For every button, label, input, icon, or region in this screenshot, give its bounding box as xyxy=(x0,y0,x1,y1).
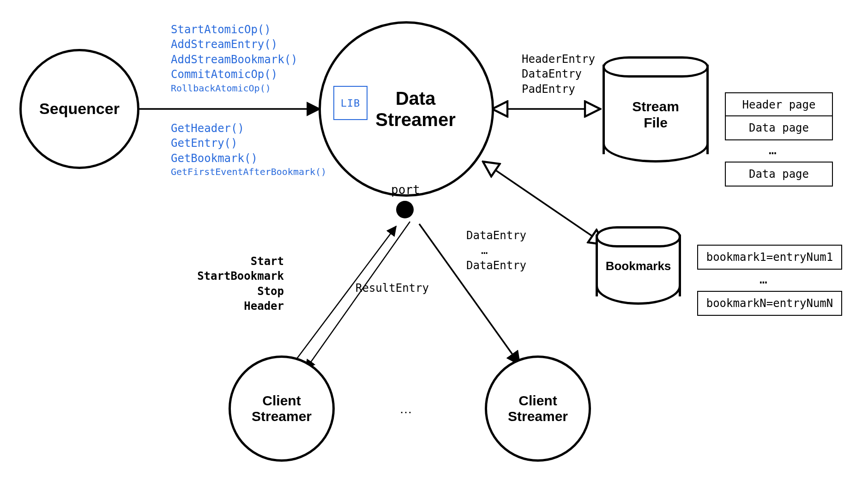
api-call: GetBookmark() xyxy=(171,151,326,166)
entry-label: PadEntry xyxy=(522,82,595,96)
data-page-box: Data page xyxy=(725,115,833,140)
entry-label: DataEntry xyxy=(522,66,595,81)
sequencer-label: Sequencer xyxy=(39,100,120,118)
bookmarks-ellipsis: … xyxy=(760,271,770,287)
cmd-stop: Stop xyxy=(182,284,284,299)
data-page-box-2: Data page xyxy=(725,162,833,187)
data-entry-2: DataEntry xyxy=(466,258,526,273)
bookmark-entry-first: bookmark1=entryNum1 xyxy=(706,251,833,264)
clients-ellipsis: … xyxy=(399,402,415,416)
data-streamer-label-l2: Streamer xyxy=(375,109,455,130)
data-entry-1: DataEntry xyxy=(466,228,526,243)
result-entry-label: ResultEntry xyxy=(356,281,429,295)
client-streamer-2-l2: Streamer xyxy=(508,409,568,425)
api-call: AddStreamEntry() xyxy=(171,37,298,52)
api-read-list: GetHeader() GetEntry() GetBookmark() Get… xyxy=(171,121,326,178)
stream-file-cylinder: Stream File xyxy=(603,56,709,163)
cmd-start: Start xyxy=(182,254,284,269)
api-call: GetFirstEventAfterBookmark() xyxy=(171,166,326,178)
bookmarks-label: Bookmarks xyxy=(596,259,681,273)
bookmark-entry-box-first: bookmark1=entryNum1 xyxy=(697,245,842,270)
client-streamer-node-2: Client Streamer xyxy=(485,355,591,462)
result-entry: ResultEntry xyxy=(356,281,429,295)
data-entry-ellipsis: … xyxy=(466,243,526,258)
data-page-label: Data page xyxy=(749,121,809,134)
api-call: GetEntry() xyxy=(171,136,326,151)
port-label: port xyxy=(391,183,420,197)
api-call: RollbackAtomicOp() xyxy=(171,82,298,95)
api-call: AddStreamBookmark() xyxy=(171,52,298,67)
stream-file-label-l1: Stream xyxy=(603,99,709,115)
port-dot xyxy=(396,201,414,218)
client-streamer-1-l2: Streamer xyxy=(252,409,312,425)
entry-label: HeaderEntry xyxy=(522,52,595,66)
header-page-label: Header page xyxy=(742,98,816,111)
command-labels: Start StartBookmark Stop Header xyxy=(182,254,284,314)
client-streamer-1-l1: Client xyxy=(252,393,312,409)
client-streamer-node-1: Client Streamer xyxy=(229,355,335,462)
client-streamer-2-l1: Client xyxy=(508,393,568,409)
api-call: CommitAtomicOp() xyxy=(171,67,298,82)
cmd-header: Header xyxy=(182,299,284,313)
pages-ellipsis: … xyxy=(769,142,779,157)
bookmark-entry-last: bookmarkN=entryNumN xyxy=(706,297,833,310)
cmd-start-bookmark: StartBookmark xyxy=(182,269,284,283)
lib-box: LIB xyxy=(333,86,368,120)
data-stream-labels: DataEntry … DataEntry xyxy=(466,228,526,273)
header-page-box: Header page xyxy=(725,92,833,117)
api-call: GetHeader() xyxy=(171,121,326,136)
lib-label: LIB xyxy=(341,97,361,109)
api-write-list: StartAtomicOp() AddStreamEntry() AddStre… xyxy=(171,22,298,95)
data-page-label-2: Data page xyxy=(749,168,809,181)
stream-file-label-l2: File xyxy=(603,115,709,131)
bookmark-entry-box-last: bookmarkN=entryNumN xyxy=(697,291,842,316)
data-streamer-label-l1: Data xyxy=(375,88,455,109)
bookmarks-cylinder: Bookmarks xyxy=(596,226,681,305)
api-call: StartAtomicOp() xyxy=(171,22,298,37)
sequencer-node: Sequencer xyxy=(19,49,139,169)
file-entry-labels: HeaderEntry DataEntry PadEntry xyxy=(522,52,595,96)
